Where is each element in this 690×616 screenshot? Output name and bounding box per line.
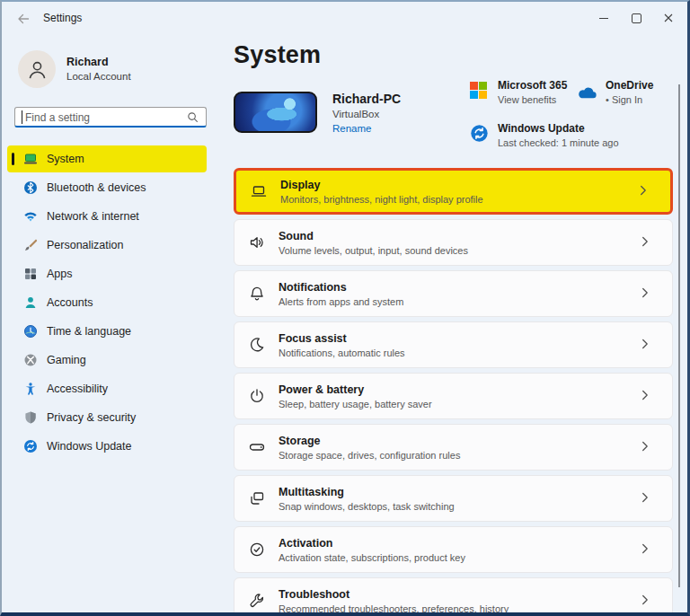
user-profile[interactable]: Richard Local Account (14, 48, 207, 92)
close-icon (664, 13, 673, 22)
back-button[interactable] (16, 12, 31, 26)
sidebar-item-accessibility[interactable]: Accessibility (7, 375, 207, 402)
sidebar-item-network-internet[interactable]: Network & internet (7, 203, 207, 230)
settings-card-list: DisplayMonitors, brightness, night light… (234, 168, 673, 616)
search-input[interactable] (23, 109, 187, 127)
bluetooth-icon (23, 180, 38, 195)
focus-assist-icon (248, 336, 266, 354)
accounts-icon (23, 295, 38, 310)
card-title: Notifications (279, 281, 626, 294)
sidebar-item-privacy-security[interactable]: Privacy & security (7, 404, 207, 431)
notifications-icon (248, 285, 266, 303)
card-sound[interactable]: SoundVolume levels, output, input, sound… (234, 219, 673, 266)
sidebar-item-time-language[interactable]: Time & language (7, 318, 207, 345)
privacy-security-icon (23, 410, 38, 425)
status-item-microsoft-365[interactable]: Microsoft 365 View benefits (470, 79, 487, 99)
chevron-right-icon (638, 182, 656, 200)
card-multitasking[interactable]: MultitaskingSnap windows, desktops, task… (234, 475, 673, 522)
search-icon[interactable] (186, 110, 199, 124)
chevron-right-icon (640, 285, 658, 303)
chevron-right-icon (640, 387, 658, 405)
personalization-icon (23, 238, 38, 252)
device-thumbnail (234, 92, 317, 133)
windows-update-icon (470, 124, 489, 143)
settings-window: Settings Richard Local Account SystemBlu… (0, 0, 690, 616)
chevron-right-icon (640, 438, 658, 456)
card-activation[interactable]: ActivationActivation state, subscription… (234, 526, 673, 573)
microsoft-logo-icon (470, 82, 487, 99)
page-title: System (234, 41, 321, 69)
windows-update-icon (23, 439, 38, 453)
sidebar-item-label: Time & language (47, 325, 131, 338)
user-name: Richard (66, 56, 109, 68)
last-checked-text: Last checked: 1 minute ago (498, 137, 668, 148)
sidebar-nav: SystemBluetooth & devicesNetwork & inter… (7, 145, 207, 460)
card-power-battery[interactable]: Power & batterySleep, battery usage, bat… (234, 373, 673, 419)
troubleshoot-icon (248, 592, 266, 610)
multitasking-icon (248, 489, 266, 507)
card-subtitle: Recommended troubleshooters, preferences… (279, 603, 626, 614)
sidebar-item-label: Accessibility (47, 383, 108, 395)
card-notifications[interactable]: NotificationsAlerts from apps and system (234, 270, 673, 317)
sidebar-item-label: Apps (47, 268, 73, 280)
sidebar-item-apps[interactable]: Apps (7, 260, 207, 287)
status-title: OneDrive (606, 79, 686, 92)
text-cursor (22, 110, 22, 124)
sidebar-item-label: Personalization (47, 239, 123, 251)
maximize-button[interactable] (620, 2, 652, 34)
rename-link[interactable]: Rename (332, 123, 371, 134)
minimize-button[interactable] (588, 2, 620, 34)
onedrive-icon (575, 85, 597, 101)
sidebar-item-accounts[interactable]: Accounts (7, 289, 207, 316)
sidebar-item-gaming[interactable]: Gaming (7, 347, 207, 374)
avatar (18, 50, 56, 88)
chevron-right-icon (640, 233, 658, 251)
card-title: Focus assist (279, 332, 626, 345)
sidebar-item-label: Bluetooth & devices (47, 181, 146, 194)
display-icon (250, 182, 268, 200)
card-subtitle: Monitors, brightness, night light, displ… (280, 194, 624, 205)
card-subtitle: Activation state, subscriptions, product… (279, 552, 626, 563)
chevron-right-icon (640, 336, 658, 354)
sign-in-link[interactable]: • Sign In (606, 94, 686, 105)
card-title: Sound (279, 230, 626, 242)
card-subtitle: Sleep, battery usage, battery saver (279, 399, 626, 409)
card-troubleshoot[interactable]: TroubleshootRecommended troubleshooters,… (234, 577, 673, 616)
close-button[interactable] (652, 2, 685, 34)
ms-square-blue (470, 91, 478, 99)
sidebar-item-system[interactable]: System (7, 145, 207, 172)
time-language-icon (23, 324, 38, 339)
status-title: Windows Update (498, 122, 668, 135)
titlebar: Settings (2, 2, 687, 34)
chevron-right-icon (640, 592, 658, 610)
card-subtitle: Snap windows, desktops, task switching (279, 501, 626, 512)
card-subtitle: Volume levels, output, input, sound devi… (279, 245, 626, 256)
sidebar-item-label: Windows Update (47, 440, 132, 453)
window-title: Settings (43, 12, 82, 24)
device-name: Richard-PC (332, 92, 401, 106)
card-subtitle: Storage space, drives, configuration rul… (279, 450, 626, 461)
search-box (14, 107, 207, 128)
sidebar-item-windows-update[interactable]: Windows Update (7, 433, 207, 460)
sidebar-item-bluetooth-devices[interactable]: Bluetooth & devices (7, 174, 207, 201)
card-title: Power & battery (279, 383, 626, 396)
minimize-icon (599, 18, 608, 19)
scrollbar[interactable] (678, 84, 680, 587)
person-icon (25, 57, 49, 82)
sidebar-item-label: Privacy & security (47, 411, 136, 424)
card-focus-assist[interactable]: Focus assistNotifications, automatic rul… (234, 321, 673, 368)
maximize-icon (632, 13, 641, 23)
ms-square-yellow (479, 91, 487, 99)
card-title: Activation (279, 537, 626, 550)
card-storage[interactable]: StorageStorage space, drives, configurat… (234, 424, 673, 471)
user-account-type: Local Account (66, 71, 131, 82)
sidebar-item-personalization[interactable]: Personalization (7, 232, 207, 259)
card-display[interactable]: DisplayMonitors, brightness, night light… (234, 168, 673, 215)
active-indicator (12, 153, 14, 165)
ms-square-red (470, 82, 478, 90)
activation-icon (248, 541, 266, 559)
card-title: Troubleshoot (279, 588, 626, 601)
card-title: Display (280, 179, 624, 191)
chevron-right-icon (640, 489, 658, 507)
network-icon (23, 209, 38, 224)
